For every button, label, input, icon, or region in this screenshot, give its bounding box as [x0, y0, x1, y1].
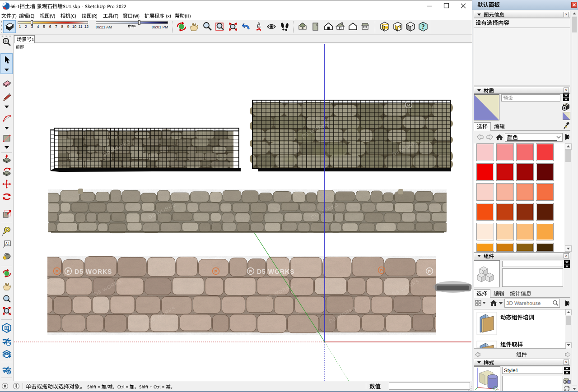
svg-text:1: 1 [19, 24, 21, 29]
svg-text:2: 2 [25, 24, 27, 29]
svg-text:6: 6 [49, 24, 51, 29]
svg-text:P: P [56, 269, 59, 274]
svg-text:10: 10 [72, 24, 77, 29]
svg-text:4: 4 [37, 24, 39, 29]
svg-text:D5 WORKS: D5 WORKS [75, 268, 112, 275]
svg-text:D5 WORKS: D5 WORKS [257, 268, 294, 275]
svg-text:?: ? [421, 23, 425, 30]
svg-text:5: 5 [43, 24, 45, 29]
svg-text:A1: A1 [5, 242, 10, 246]
svg-text:9: 9 [67, 24, 70, 29]
svg-text:P: P [249, 269, 252, 274]
svg-text:P: P [67, 269, 70, 274]
svg-text:P: P [380, 268, 383, 273]
svg-text:P: P [428, 269, 431, 274]
svg-text:8: 8 [61, 24, 63, 29]
svg-text:12: 12 [84, 24, 89, 29]
svg-text:P: P [214, 269, 218, 274]
svg-text:P: P [407, 102, 410, 107]
svg-text:7: 7 [55, 24, 57, 29]
svg-text:11: 11 [79, 24, 83, 29]
svg-text:3: 3 [31, 24, 33, 29]
